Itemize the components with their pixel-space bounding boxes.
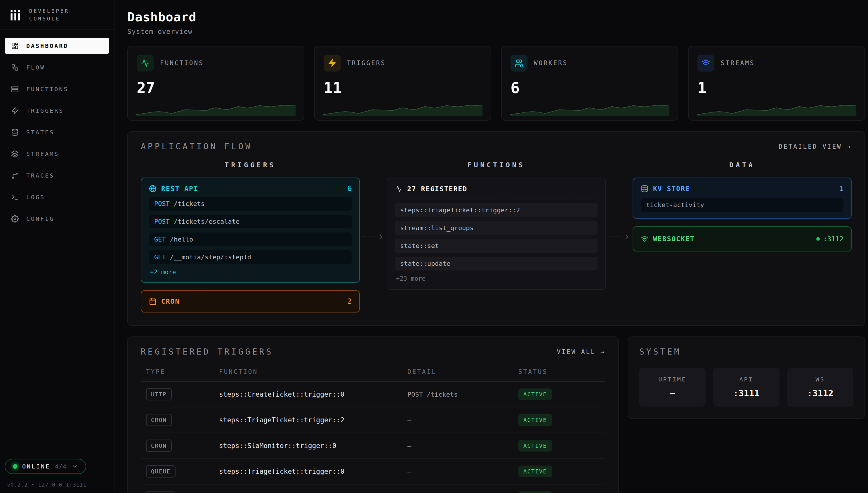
rest-route-row[interactable]: GET/__motia/step/:stepId [149, 250, 352, 264]
sidebar-item-label: TRIGGERS [26, 107, 64, 114]
functions-icon [11, 85, 19, 93]
route-path: /tickets [174, 200, 205, 207]
database-icon [641, 185, 648, 192]
sidebar-item-traces[interactable]: TRACES [5, 167, 109, 184]
sparkline-chart [510, 101, 669, 116]
rest-route-row[interactable]: GET/hello [149, 233, 352, 246]
config-icon [11, 215, 19, 222]
trigger-type-badge: QUEUE [146, 465, 175, 477]
sidebar-item-config[interactable]: CONFIG [5, 211, 109, 227]
kv-store-item[interactable]: ticket-activity [641, 198, 844, 212]
kv-store-card[interactable]: KV STORE 1 ticket-activity [633, 177, 852, 219]
trigger-function: steps::TriageTicket::trigger::2 [219, 416, 407, 424]
route-path: /tickets/escalate [174, 218, 239, 225]
sidebar-item-dashboard[interactable]: DASHBOARD [5, 38, 109, 54]
system-metric-value: :3112 [789, 388, 851, 399]
sparkline-chart [697, 101, 856, 116]
stat-label: TRIGGERS [347, 60, 386, 67]
sidebar-item-streams[interactable]: STREAMS [5, 146, 109, 162]
sidebar-item-label: TRACES [26, 172, 54, 179]
function-row[interactable]: stream::list_groups [395, 221, 598, 235]
sidebar-item-logs[interactable]: LOGS [5, 189, 109, 205]
triggers-column-header: TRIGGERS [141, 161, 360, 169]
flow-column-triggers: TRIGGERS REST API 6 POST/ticketsPOST/tic… [141, 161, 360, 313]
column-header-function: FUNCTION [219, 368, 407, 375]
table-row[interactable]: CRON steps::SlaMonitor::trigger::0 — ACT… [141, 433, 605, 459]
states-icon [11, 129, 19, 136]
view-all-link[interactable]: VIEW ALL → [557, 348, 605, 356]
globe-icon [149, 185, 156, 192]
rest-api-more-link[interactable]: +2 more [149, 269, 176, 276]
rest-api-card[interactable]: REST API 6 POST/ticketsPOST/tickets/esca… [141, 177, 360, 283]
stat-card-workers[interactable]: WORKERS 6 [501, 46, 678, 121]
sparkline-chart [323, 101, 482, 116]
sidebar-item-functions[interactable]: FUNCTIONS [5, 81, 109, 97]
function-row[interactable]: state::update [395, 257, 598, 271]
trigger-detail: — [407, 416, 518, 424]
trigger-detail: — [407, 442, 518, 449]
stats-row: FUNCTIONS 27 TRIGGERS 11 WORKERS 6 STREA… [127, 46, 865, 121]
route-path: /hello [170, 236, 193, 243]
function-row[interactable]: steps::TriageTicket::trigger::2 [395, 203, 598, 217]
table-row[interactable]: CRON steps::TriageTicket::trigger::2 — A… [141, 407, 605, 433]
status-badge: ACTIVE [518, 388, 552, 400]
sidebar-nav: DASHBOARDFLOWFUNCTIONSTRIGGERSSTATESSTRE… [0, 30, 114, 240]
functions-card[interactable]: 27 REGISTERED steps::TriageTicket::trigg… [387, 177, 606, 290]
websocket-card[interactable]: WEBSOCKET :3112 [633, 226, 852, 252]
online-label: ONLINE [22, 463, 50, 470]
stat-card-functions[interactable]: FUNCTIONS 27 [127, 46, 304, 121]
column-header-type: TYPE [146, 368, 219, 375]
rest-route-row[interactable]: POST/tickets/escalate [149, 215, 352, 229]
connection-status-pill[interactable]: ONLINE 4/4 [5, 459, 86, 474]
websocket-status-dot-icon [816, 237, 820, 241]
system-metric-uptime: UPTIME— [639, 368, 706, 407]
zap-icon [324, 55, 341, 71]
detailed-view-link[interactable]: DETAILED VIEW → [779, 143, 852, 150]
trigger-function: steps::SlaMonitor::trigger::0 [219, 442, 407, 449]
table-row[interactable]: HTTP steps::CreateTicket::trigger::0 POS… [141, 382, 605, 407]
users-icon [511, 55, 527, 71]
system-metric-api: API:3111 [713, 368, 780, 407]
main-content: Dashboard System overview FUNCTIONS 27 T… [114, 0, 868, 493]
system-metric-value: — [642, 388, 703, 399]
sidebar-item-triggers[interactable]: TRIGGERS [5, 103, 109, 119]
sidebar-item-label: STATES [26, 129, 54, 136]
trigger-type-badge: QUEUE [146, 491, 175, 493]
wifi-icon [641, 235, 648, 243]
wifi-icon [697, 55, 714, 71]
traces-icon [11, 172, 19, 179]
function-row[interactable]: state::set [395, 239, 598, 253]
sidebar-item-flow[interactable]: FLOW [5, 59, 109, 76]
sidebar: DEVELOPER CONSOLE DASHBOARDFLOWFUNCTIONS… [0, 0, 114, 493]
trigger-type-badge: CRON [146, 440, 172, 452]
route-method: GET [154, 254, 166, 261]
rest-route-row[interactable]: POST/tickets [149, 197, 352, 211]
trigger-type-badge: HTTP [146, 388, 172, 401]
sidebar-item-states[interactable]: STATES [5, 124, 109, 141]
status-badge: ACTIVE [518, 466, 552, 477]
websocket-title: WEBSOCKET [653, 235, 695, 243]
table-row[interactable]: QUEUE steps::NotifyCustomer::trigger::0 … [141, 485, 605, 493]
registered-triggers-title: REGISTERED TRIGGERS [141, 347, 273, 357]
cron-card[interactable]: CRON 2 [141, 290, 360, 313]
application-flow-title: APPLICATION FLOW [141, 142, 252, 151]
rest-api-count: 6 [348, 185, 352, 193]
trigger-detail: POST /tickets [407, 391, 518, 398]
route-method: GET [154, 236, 166, 243]
stat-value: 6 [511, 79, 669, 97]
cron-title: CRON [161, 298, 180, 305]
sidebar-item-label: LOGS [26, 194, 45, 201]
version-info: v0.2.2 • 127.0.0.1:3111 [5, 481, 86, 488]
streams-icon [11, 150, 19, 158]
status-badge: ACTIVE [518, 414, 552, 426]
stat-card-triggers[interactable]: TRIGGERS 11 [314, 46, 491, 121]
trigger-function: steps::TriageTicket::trigger::0 [219, 468, 407, 475]
stat-label: WORKERS [534, 60, 568, 67]
stat-label: FUNCTIONS [160, 60, 204, 67]
trigger-function: steps::CreateTicket::trigger::0 [219, 390, 407, 398]
sparkline-chart [136, 101, 296, 116]
column-header-status: STATUS [518, 368, 600, 375]
table-row[interactable]: QUEUE steps::TriageTicket::trigger::0 — … [141, 459, 605, 485]
stat-card-streams[interactable]: STREAMS 1 [688, 46, 865, 121]
registered-triggers-panel: REGISTERED TRIGGERS VIEW ALL → TYPE FUNC… [127, 337, 619, 493]
